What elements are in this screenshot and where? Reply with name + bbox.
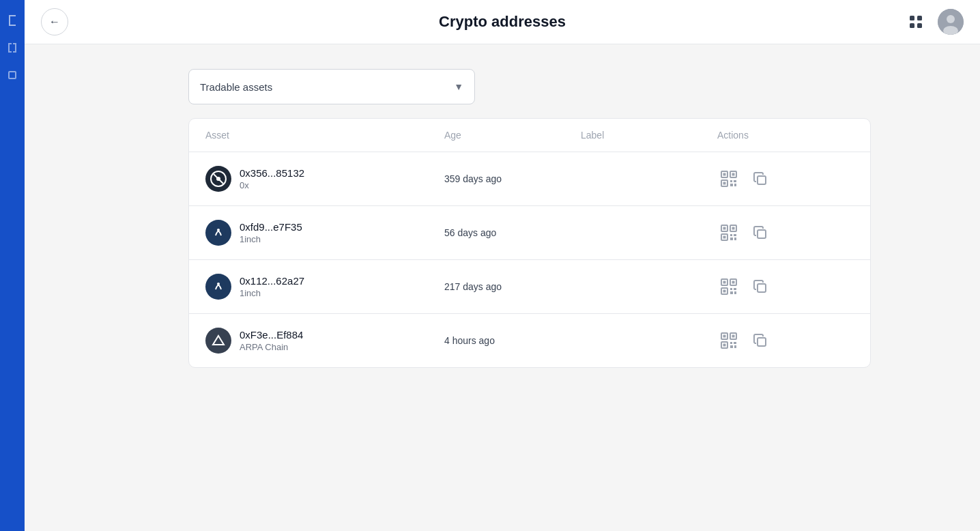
asset-network-0: 0x: [240, 180, 304, 190]
table-row: 0xfd9...e7F35 1inch 56 days ago: [189, 206, 870, 260]
sidebar-item-2[interactable]: [0, 35, 25, 60]
table-row: 0x112...62a27 1inch 217 days ago: [189, 260, 870, 314]
dropdown-arrow-icon: ▼: [454, 81, 463, 92]
svg-rect-31: [730, 238, 733, 240]
svg-rect-19: [734, 184, 736, 186]
sidebar-item-1[interactable]: [0, 8, 25, 33]
filter-container: Tradable assets ▼: [188, 69, 871, 104]
qr-button-3[interactable]: [717, 329, 740, 352]
qr-button-2[interactable]: [717, 275, 740, 298]
svg-rect-1: [917, 16, 922, 20]
svg-rect-52: [732, 335, 735, 338]
svg-rect-24: [723, 227, 726, 230]
asset-cell-0: 0x356...85132 0x: [205, 166, 444, 192]
actions-cell-0: [717, 167, 854, 190]
table-header: Asset Age Label Actions: [189, 119, 870, 152]
asset-address-2: 0x112...62a27: [240, 275, 304, 287]
copy-button-2[interactable]: [749, 275, 772, 298]
asset-icon-3: [205, 328, 231, 354]
asset-address-0: 0x356...85132: [240, 167, 304, 179]
age-cell-2: 217 days ago: [444, 281, 581, 292]
svg-rect-55: [730, 342, 732, 344]
column-actions: Actions: [717, 130, 854, 141]
asset-info-0: 0x356...85132 0x: [240, 167, 304, 190]
qr-button-1[interactable]: [717, 221, 740, 244]
svg-point-34: [211, 279, 226, 294]
asset-icon-1: [205, 220, 231, 246]
svg-rect-18: [730, 184, 733, 186]
svg-rect-43: [734, 288, 736, 290]
copy-button-1[interactable]: [749, 221, 772, 244]
actions-cell-1: [717, 221, 854, 244]
svg-rect-39: [732, 281, 735, 284]
qr-button-0[interactable]: [717, 167, 740, 190]
column-label: Label: [581, 130, 717, 141]
column-asset: Asset: [205, 130, 444, 141]
asset-network-1: 1inch: [240, 234, 302, 244]
svg-point-22: [217, 229, 220, 231]
age-cell-0: 359 days ago: [444, 173, 581, 184]
svg-rect-3: [917, 23, 922, 28]
svg-rect-45: [734, 291, 736, 294]
svg-rect-2: [910, 23, 914, 28]
asset-network-3: ARPA Chain: [240, 342, 303, 352]
header-actions: [902, 8, 964, 35]
svg-rect-28: [723, 236, 726, 239]
svg-point-5: [947, 15, 955, 23]
asset-cell-1: 0xfd9...e7F35 1inch: [205, 220, 444, 246]
content-wrapper: Tradable assets ▼ Asset Age Label Action…: [188, 44, 871, 368]
copy-button-0[interactable]: [749, 167, 772, 190]
asset-network-2: 1inch: [240, 288, 304, 298]
asset-icon-0: [205, 166, 231, 192]
asset-icon-2: [205, 274, 231, 300]
svg-rect-11: [723, 173, 726, 176]
svg-point-9: [216, 177, 220, 181]
asset-info-1: 0xfd9...e7F35 1inch: [240, 221, 302, 244]
svg-rect-33: [758, 230, 766, 238]
svg-rect-16: [730, 180, 732, 182]
sidebar: [0, 0, 25, 531]
asset-info-2: 0x112...62a27 1inch: [240, 275, 304, 298]
svg-rect-0: [910, 16, 914, 20]
column-age: Age: [444, 130, 581, 141]
svg-rect-20: [758, 176, 766, 184]
svg-rect-15: [723, 182, 726, 185]
svg-rect-54: [723, 344, 726, 347]
svg-rect-17: [734, 180, 736, 182]
svg-rect-50: [723, 335, 726, 338]
user-avatar[interactable]: [938, 9, 964, 35]
copy-button-3[interactable]: [749, 329, 772, 352]
age-cell-3: 4 hours ago: [444, 335, 581, 346]
header: ← Crypto addresses: [25, 0, 980, 44]
addresses-table: Asset Age Label Actions 0x356: [188, 118, 871, 368]
actions-cell-2: [717, 275, 854, 298]
asset-address-3: 0xF3e...Ef884: [240, 329, 303, 341]
asset-address-1: 0xfd9...e7F35: [240, 221, 302, 233]
grid-icon-button[interactable]: [902, 8, 929, 35]
svg-rect-57: [730, 345, 733, 348]
svg-rect-26: [732, 227, 735, 230]
actions-cell-3: [717, 329, 854, 352]
table-row: 0x356...85132 0x 359 days ago: [189, 152, 870, 206]
sidebar-item-3[interactable]: [0, 63, 25, 87]
svg-rect-41: [723, 290, 726, 293]
asset-cell-3: 0xF3e...Ef884 ARPA Chain: [205, 328, 444, 354]
svg-rect-56: [734, 342, 736, 344]
back-button[interactable]: ←: [41, 8, 68, 35]
asset-cell-2: 0x112...62a27 1inch: [205, 274, 444, 300]
svg-rect-46: [758, 284, 766, 292]
age-cell-1: 56 days ago: [444, 227, 581, 238]
page-title: Crypto addresses: [439, 13, 566, 31]
svg-rect-42: [730, 288, 732, 290]
svg-rect-37: [723, 281, 726, 284]
asset-info-3: 0xF3e...Ef884 ARPA Chain: [240, 329, 303, 352]
asset-filter-dropdown[interactable]: Tradable assets ▼: [188, 69, 475, 104]
svg-point-21: [211, 225, 226, 240]
svg-rect-30: [734, 234, 736, 236]
svg-rect-32: [734, 238, 736, 240]
main-content: Tradable assets ▼ Asset Age Label Action…: [25, 0, 980, 395]
table-row: 0xF3e...Ef884 ARPA Chain 4 hours ago: [189, 314, 870, 367]
svg-point-35: [217, 283, 220, 285]
svg-rect-29: [730, 234, 732, 236]
svg-rect-13: [732, 173, 735, 176]
